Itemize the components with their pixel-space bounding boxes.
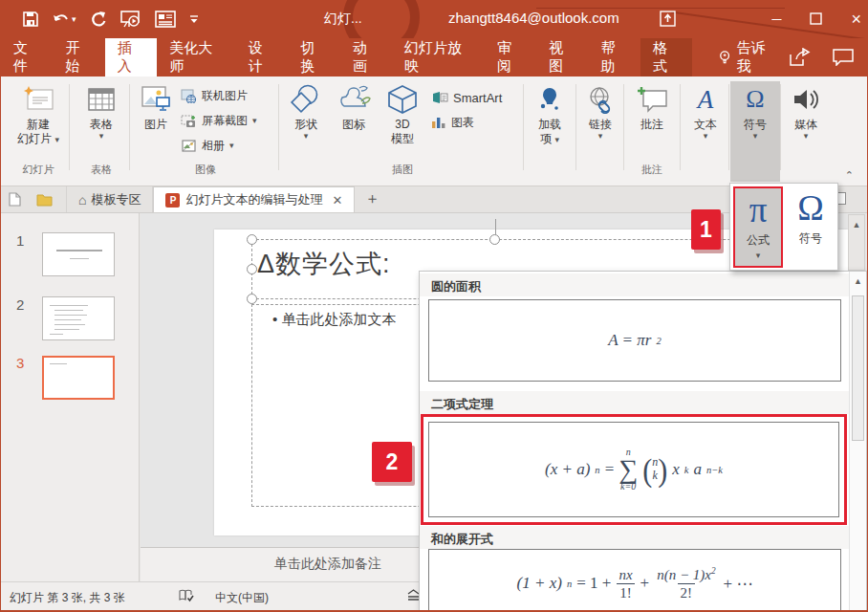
- smartart-button[interactable]: SmartArt: [431, 85, 502, 110]
- new-slide-button[interactable]: 新建 幻灯片 ▾: [11, 81, 66, 164]
- handle-top-left[interactable]: [247, 234, 257, 245]
- pi-icon: π: [749, 188, 768, 232]
- symbols-button[interactable]: Ω 符号 ▾: [731, 81, 779, 164]
- tab-slideshow[interactable]: 幻灯片放映: [392, 38, 485, 76]
- close-button[interactable]: ×: [851, 11, 861, 28]
- ribbon-tab-row: 文件 开始 插入 美化大师 设计 切换 动画 幻灯片放映 审阅 视图 帮助 格式…: [1, 38, 867, 76]
- maximize-button[interactable]: [810, 12, 822, 27]
- add-ins-icon: [535, 81, 564, 118]
- powerpoint-window: ▾ 幻灯... zhangtt8464@outlook.com ─: [0, 0, 868, 612]
- text-icon: A: [698, 87, 714, 113]
- open-folder-icon[interactable]: [29, 186, 60, 212]
- tab-view[interactable]: 视图: [536, 38, 588, 76]
- binomial-selection-highlight: (x + a)n = n ∑ k=0 ( nk ) xkan−k: [421, 414, 847, 525]
- add-ins-label-1: 加载: [538, 118, 561, 132]
- equation-item-binomial[interactable]: (x + a)n = n ∑ k=0 ( nk ) xkan−k: [428, 422, 839, 517]
- tab-design[interactable]: 设计: [236, 38, 288, 76]
- tab-file[interactable]: 文件: [1, 38, 53, 76]
- shapes-button[interactable]: 形状 ▾: [285, 81, 327, 164]
- equation-item-sum-expansion[interactable]: (1 + x)n = 1 + nx1! + n(n − 1)x22! + ⋯: [428, 549, 841, 612]
- tab-close-icon[interactable]: ✕: [332, 193, 342, 208]
- redo-icon[interactable]: [90, 11, 107, 28]
- group-label-images: 图像: [135, 163, 276, 177]
- slide-title-text[interactable]: Δ数学公式:: [257, 247, 391, 281]
- undo-button[interactable]: ▾: [53, 11, 76, 27]
- undo-dropdown-icon[interactable]: ▾: [72, 15, 76, 24]
- section-header-sum-expansion: 和的展开式: [420, 526, 850, 549]
- online-pictures-button[interactable]: 联机图片: [181, 83, 257, 108]
- tell-me-box[interactable]: 告诉我: [707, 38, 789, 76]
- notes-placeholder[interactable]: 单击此处添加备注: [274, 556, 381, 573]
- chart-button[interactable]: 图表: [431, 110, 502, 135]
- ribbon-display-options-icon[interactable]: [660, 11, 676, 31]
- symbol-button[interactable]: Ω 符号: [786, 186, 835, 268]
- photo-album-button[interactable]: 相册 ▾: [181, 133, 257, 158]
- smartart-icon: [431, 91, 448, 104]
- add-ins-button[interactable]: 加载 项 ▾: [528, 81, 572, 164]
- 3d-model-label-2: 模型: [391, 132, 414, 146]
- handle-mid-left[interactable]: [247, 264, 257, 274]
- share-icon[interactable]: [789, 48, 812, 67]
- slide-thumbnail-1[interactable]: [42, 232, 115, 276]
- start-slideshow-icon[interactable]: [120, 11, 141, 28]
- language-indicator[interactable]: 中文(中国): [215, 590, 269, 606]
- equation-dropdown-caret[interactable]: ▾: [756, 251, 761, 260]
- slide-number-2: 2: [16, 296, 24, 313]
- minimize-button[interactable]: ─: [772, 12, 782, 26]
- media-icon: [792, 81, 820, 118]
- spell-check-icon[interactable]: [179, 589, 194, 605]
- table-label: 表格: [90, 118, 113, 132]
- new-comment-icon: [636, 81, 668, 118]
- scroll-up-icon[interactable]: ▲: [849, 215, 864, 230]
- picture-icon: [141, 81, 171, 118]
- icons-button[interactable]: 图标: [333, 81, 375, 164]
- tab-current-presentation[interactable]: P 幻灯片文本的编辑与处理 ✕: [153, 186, 355, 212]
- collapse-ribbon-icon[interactable]: ⌃: [845, 169, 854, 182]
- gallery-scroll-up-icon[interactable]: ▲: [850, 272, 866, 286]
- tab-beautify[interactable]: 美化大师: [157, 38, 236, 76]
- media-button[interactable]: 媒体 ▾: [784, 81, 828, 164]
- customize-qat-icon[interactable]: [189, 14, 199, 24]
- picture-button[interactable]: 图片: [135, 81, 177, 164]
- tab-home[interactable]: 开始: [53, 38, 104, 76]
- online-pictures-icon: [181, 89, 197, 103]
- slide-number-1: 1: [16, 232, 24, 249]
- tab-template-zone[interactable]: ⌂ 模板专区: [66, 186, 153, 212]
- screenshot-button[interactable]: 屏幕截图 ▾: [181, 108, 257, 133]
- tab-help[interactable]: 帮助: [589, 38, 640, 76]
- account-email[interactable]: zhangtt8464@outlook.com: [448, 10, 619, 26]
- gallery-scroll-thumb[interactable]: [852, 295, 864, 441]
- photo-album-icon: [181, 139, 197, 153]
- equation-button[interactable]: π 公式 ▾: [733, 186, 783, 268]
- table-button[interactable]: 表格 ▾: [76, 81, 127, 164]
- new-document-icon[interactable]: [1, 186, 29, 212]
- tab-review[interactable]: 审阅: [485, 38, 536, 76]
- slide-thumbnail-3[interactable]: [42, 356, 115, 400]
- handle-bottom-left[interactable]: [247, 294, 257, 304]
- 3d-model-button[interactable]: 3D 模型: [380, 81, 424, 164]
- slide-layout-icon[interactable]: [155, 11, 176, 28]
- chart-icon: [431, 116, 446, 129]
- tab-transitions[interactable]: 切换: [288, 38, 339, 76]
- symbols-dropdown-panel: π 公式 ▾ Ω 符号: [729, 183, 838, 271]
- tab-animations[interactable]: 动画: [340, 38, 392, 76]
- comments-icon[interactable]: [833, 49, 854, 66]
- omega-icon: Ω: [797, 186, 824, 230]
- tab-format[interactable]: 格式: [640, 38, 692, 76]
- editor-scrollbar[interactable]: ▲: [848, 214, 865, 271]
- new-tab-button[interactable]: ＋: [355, 186, 389, 212]
- save-icon[interactable]: [22, 11, 39, 28]
- tab-insert[interactable]: 插入: [105, 38, 157, 76]
- text-label: 文本: [694, 118, 717, 132]
- 3d-model-label-1: 3D: [395, 118, 409, 132]
- handle-top-center[interactable]: [489, 234, 500, 245]
- slide-thumbnail-2[interactable]: [42, 296, 115, 340]
- gallery-scrollbar[interactable]: ▲: [849, 272, 866, 611]
- equation-item-circle-area[interactable]: A = πr2: [428, 299, 841, 382]
- group-label-tables: 表格: [76, 163, 127, 177]
- slide-body-placeholder[interactable]: • 单击此处添加文本: [272, 311, 396, 329]
- text-button[interactable]: A 文本 ▾: [684, 81, 727, 164]
- new-comment-button[interactable]: 批注: [629, 81, 675, 164]
- links-button[interactable]: 链接 ▾: [579, 81, 621, 164]
- add-ins-label-2: 项 ▾: [540, 132, 559, 146]
